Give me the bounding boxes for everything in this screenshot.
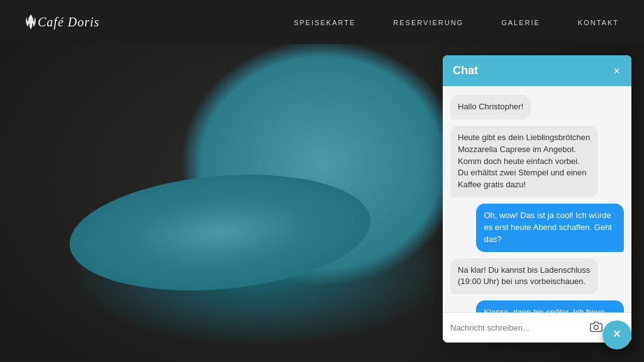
nav-item-kontakt[interactable]: KONTAKT (578, 16, 619, 28)
chat-message-input[interactable] (450, 323, 584, 332)
camera-icon-button[interactable] (589, 319, 604, 336)
nav-item-galerie[interactable]: GALERIE (501, 16, 540, 28)
camera-icon (590, 323, 602, 336)
chat-bubble-button[interactable] (602, 321, 631, 349)
chat-message-2: Heute gibt es dein Lieblingsbrötchen Moz… (450, 126, 598, 197)
bubble-close-icon (611, 328, 623, 343)
chat-header: Chat × (443, 55, 631, 86)
chat-message-4: Na klar! Du kannst bis Ladenschluss (19:… (450, 258, 598, 295)
logo[interactable]: Café Doris (25, 13, 99, 31)
chat-window: Chat × Hallo Christopher! Heute gibt es … (443, 55, 631, 343)
svg-point-0 (594, 326, 599, 330)
chat-message-1: Hallo Christopher! (450, 95, 531, 119)
chat-message-5: Klasse, dann bis später. Ich freue mich … (476, 300, 624, 312)
chat-message-3: Oh, wow! Das ist ja cool! Ich würde es e… (476, 204, 624, 252)
logo-flame-icon (25, 13, 36, 31)
nav-item-reservierung[interactable]: RESERVIERUNG (393, 16, 464, 28)
nav-item-speisekarte[interactable]: SPEISEKARTE (294, 16, 355, 28)
navbar: Café Doris SPEISEKARTE RESERVIERUNG GALE… (0, 0, 644, 44)
chat-title: Chat (453, 64, 478, 77)
nav-links: SPEISEKARTE RESERVIERUNG GALERIE KONTAKT (294, 16, 619, 28)
chat-messages-area: Hallo Christopher! Heute gibt es dein Li… (443, 86, 631, 312)
chat-close-button[interactable]: × (612, 65, 621, 77)
logo-text: Café Doris (38, 15, 99, 30)
